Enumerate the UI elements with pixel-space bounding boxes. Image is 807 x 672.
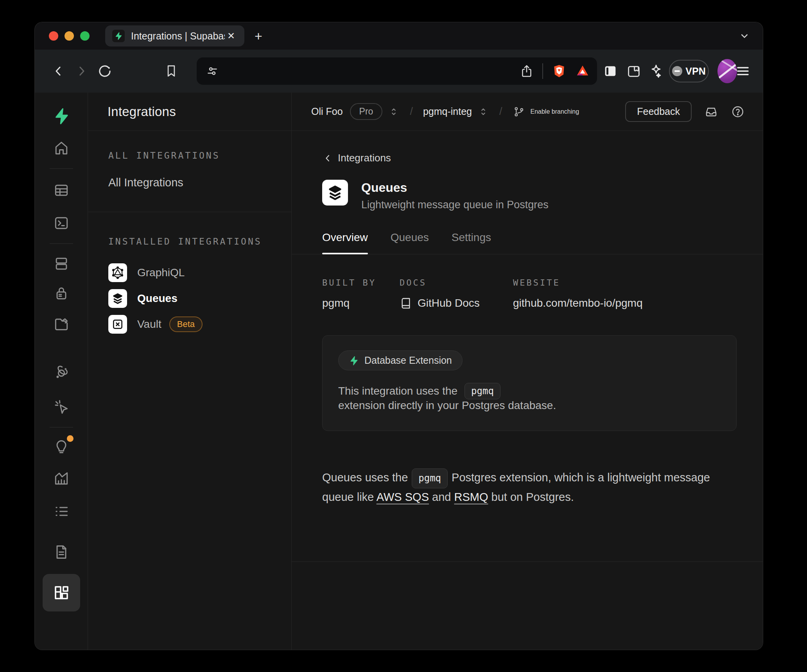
sidebar-header: Integrations [88, 93, 291, 131]
nav-icon-rail [35, 93, 88, 650]
all-integrations-section-label: ALL INTEGRATIONS [108, 150, 291, 161]
docs-link[interactable]: GitHub Docs [400, 297, 513, 309]
database-icon[interactable] [53, 255, 70, 272]
breadcrumb-separator: / [499, 105, 502, 118]
profile-avatar[interactable] [717, 59, 737, 83]
minimize-window-button[interactable] [65, 31, 74, 41]
share-icon[interactable] [520, 64, 534, 78]
integrations-sidebar: Integrations ALL INTEGRATIONS All Integr… [88, 93, 292, 650]
tune-icon[interactable] [205, 64, 219, 78]
tab-settings[interactable]: Settings [452, 231, 491, 254]
back-icon[interactable] [50, 63, 66, 79]
back-to-integrations-link[interactable]: Integrations [322, 152, 735, 164]
new-tab-button[interactable]: + [255, 29, 262, 43]
tab-queues[interactable]: Queues [391, 231, 429, 254]
help-icon[interactable] [731, 105, 745, 119]
integration-tabs: Overview Queues Settings [292, 231, 763, 254]
edge-functions-icon[interactable] [53, 365, 70, 382]
advisors-icon[interactable] [53, 438, 70, 455]
wallet-icon[interactable] [626, 63, 642, 79]
org-switcher-chevrons-icon[interactable] [388, 106, 400, 118]
sidebar-item-label: Queues [137, 292, 178, 305]
screen: Integrations | Supabase ✕ + [0, 0, 807, 672]
enable-branching-label: Enable branching [531, 108, 579, 115]
beta-badge: Beta [169, 316, 203, 332]
rsmq-link[interactable]: RSMQ [454, 491, 488, 503]
git-branch-icon [513, 105, 525, 118]
inbox-icon[interactable] [704, 105, 718, 119]
queues-integration-icon [322, 180, 348, 206]
close-window-button[interactable] [49, 31, 58, 41]
extension-text-before: This integration uses the [338, 385, 457, 397]
tab-strip: Integrations | Supabase ✕ + [35, 22, 763, 50]
installed-integrations-list: GraphiQL Queues Vault [108, 260, 291, 337]
tab-close-icon[interactable]: ✕ [225, 30, 237, 42]
built-by-value: pgmq [322, 297, 400, 309]
integration-detail: Integrations Queues Lightweight message … [292, 131, 763, 650]
sidebar-item-vault[interactable]: Vault Beta [108, 311, 291, 337]
logs-icon[interactable] [53, 503, 70, 520]
content-bottom-divider [292, 561, 763, 562]
reports-icon[interactable] [53, 470, 70, 487]
integrations-nav-active[interactable] [43, 574, 80, 611]
sidebar-divider [88, 212, 291, 212]
rail-divider [50, 168, 73, 169]
sidebar-title: Integrations [108, 104, 176, 119]
api-docs-icon[interactable] [53, 543, 70, 561]
database-extension-badge: Database Extension [338, 350, 463, 370]
forward-icon[interactable] [74, 63, 90, 79]
main-panel: Oli Foo Pro / pgmq-integ / Enable branch… [292, 93, 763, 650]
menu-icon[interactable] [735, 63, 751, 79]
leo-ai-sparkle-icon[interactable] [648, 63, 664, 79]
sidebar-item-graphiql[interactable]: GraphiQL [108, 260, 291, 286]
project-breadcrumb[interactable]: pgmq-integ [423, 106, 472, 117]
tab-overview[interactable]: Overview [322, 231, 368, 254]
brave-rewards-bat-icon[interactable] [575, 64, 590, 79]
vpn-button[interactable]: VPN [669, 60, 709, 82]
brave-shield-icon[interactable] [552, 64, 567, 79]
table-editor-icon[interactable] [53, 182, 70, 199]
integration-meta: BUILT BY pgmq DOCS GitHub Docs [322, 278, 735, 309]
vault-icon [108, 315, 127, 334]
advisors-notification-dot [67, 435, 74, 442]
extension-text-after: extension directly in your Postgres data… [338, 399, 556, 412]
vpn-label: VPN [685, 66, 705, 77]
queues-icon [108, 289, 127, 308]
docs-link-label: GitHub Docs [418, 297, 480, 309]
rail-divider [50, 427, 73, 427]
zoom-window-button[interactable] [80, 31, 90, 41]
storage-icon[interactable] [53, 315, 70, 332]
reload-icon[interactable] [97, 63, 113, 79]
org-breadcrumb[interactable]: Oli Foo [311, 106, 343, 117]
chevron-left-icon [322, 153, 333, 164]
aws-sqs-link[interactable]: AWS SQS [377, 491, 429, 503]
sidebar-item-queues[interactable]: Queues [108, 286, 291, 311]
website-label: WEBSITE [513, 278, 643, 288]
auth-icon[interactable] [53, 285, 70, 302]
sql-editor-icon[interactable] [53, 214, 70, 232]
feedback-button[interactable]: Feedback [625, 101, 692, 122]
rail-divider [50, 243, 73, 244]
browser-window: Integrations | Supabase ✕ + [34, 22, 763, 650]
description-part1: Queues uses the [322, 471, 408, 484]
pgmq-chip: pgmq [412, 468, 448, 488]
traffic-lights [49, 31, 90, 41]
sidebar-item-label: Vault [137, 318, 161, 331]
sidebar-panel-icon[interactable] [603, 63, 618, 79]
project-header: Oli Foo Pro / pgmq-integ / Enable branch… [292, 93, 763, 131]
browser-tab[interactable]: Integrations | Supabase ✕ [105, 25, 244, 46]
supabase-favicon [112, 30, 125, 42]
bookmark-icon[interactable] [164, 64, 179, 79]
sidebar-item-all-integrations[interactable]: All Integrations [108, 176, 291, 189]
breadcrumb-separator: / [410, 105, 413, 118]
home-icon[interactable] [53, 139, 70, 157]
extension-card-text: This integration uses the pgmq extension… [338, 383, 721, 412]
book-icon [400, 297, 412, 309]
address-bar[interactable] [197, 57, 597, 85]
tab-search-chevron-icon[interactable] [739, 30, 750, 42]
enable-branching-button[interactable]: Enable branching [513, 105, 579, 118]
realtime-icon[interactable] [53, 398, 70, 415]
project-switcher-chevrons-icon[interactable] [477, 106, 489, 118]
website-link[interactable]: github.com/tembo-io/pgmq [513, 297, 643, 309]
supabase-logo[interactable] [52, 107, 70, 125]
